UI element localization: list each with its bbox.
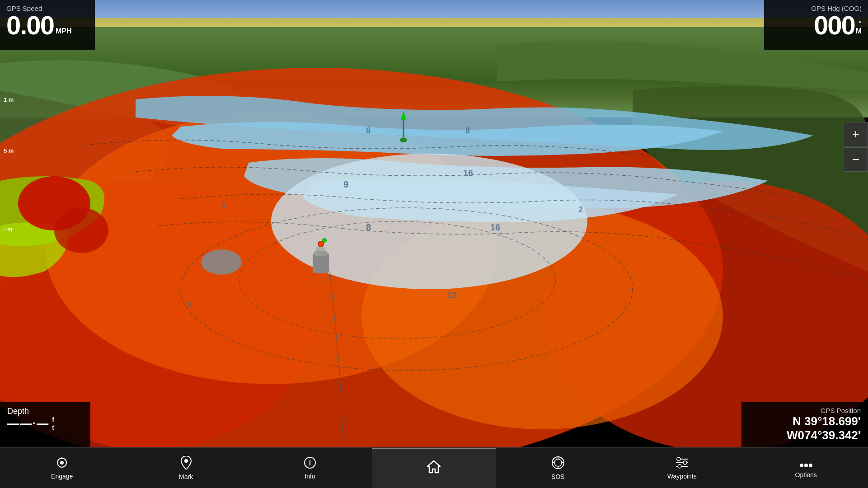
svg-text:i: i <box>309 459 311 467</box>
app: 9 8 8 16 16 12 2 1 1 8 placeholder .1" 1… <box>0 0 868 488</box>
svg-text:5 m: 5 m <box>4 147 14 154</box>
nav-waypoints-label: Waypoints <box>667 473 697 480</box>
home-icon <box>427 460 441 475</box>
depth-unit-f: f <box>52 416 54 424</box>
svg-point-53 <box>683 461 687 465</box>
svg-point-15 <box>319 242 323 246</box>
svg-text:8: 8 <box>366 222 371 232</box>
svg-text:2: 2 <box>578 205 583 214</box>
svg-text:8: 8 <box>366 126 371 135</box>
gps-hdg-deg: ° <box>856 20 862 28</box>
svg-text:1: 1 <box>221 201 226 210</box>
svg-point-57 <box>809 464 812 467</box>
gps-speed-value: 0.00 <box>6 12 54 38</box>
svg-point-56 <box>804 464 808 467</box>
sos-icon <box>551 456 565 471</box>
nav-engage[interactable]: Engage <box>0 448 124 488</box>
svg-text:12: 12 <box>446 290 456 300</box>
svg-point-44 <box>554 459 562 466</box>
depth-unit: f t <box>52 416 54 432</box>
nav-engage-label: Engage <box>51 473 73 480</box>
gps-heading-panel: GPS Hdg (COG) 000 ° M <box>764 0 868 50</box>
svg-point-17 <box>323 239 326 242</box>
svg-text:- m: - m <box>4 226 13 233</box>
nav-sos[interactable]: SOS <box>496 448 620 488</box>
gps-speed-unit: MPH <box>56 28 72 35</box>
depth-title: Depth <box>7 407 83 416</box>
zoom-out-button[interactable]: − <box>844 147 868 172</box>
nav-home[interactable] <box>372 448 496 488</box>
svg-point-55 <box>800 464 803 467</box>
svg-point-7 <box>54 208 108 253</box>
nav-info[interactable]: i Info <box>248 448 372 488</box>
zoom-controls: + − <box>844 122 868 172</box>
depth-unit-t: t <box>52 424 54 432</box>
svg-text:1 m: 1 m <box>4 96 14 103</box>
gps-speed-unit-text: MPH <box>56 28 72 35</box>
gps-hdg-value: 000 <box>814 12 855 38</box>
depth-value: ——·— <box>7 417 49 431</box>
info-icon: i <box>304 456 316 471</box>
nav-options-label: Options <box>795 471 817 479</box>
waypoints-icon <box>675 456 689 471</box>
svg-point-8 <box>201 249 242 275</box>
map-svg: 9 8 8 16 16 12 2 1 1 8 placeholder .1" 1… <box>0 0 868 447</box>
nav-waypoints[interactable]: Waypoints <box>620 448 744 488</box>
gps-hdg-m: M <box>856 28 862 35</box>
svg-point-39 <box>184 459 188 463</box>
gps-pos-lat: N 39°18.699' <box>749 414 861 428</box>
gps-pos-title: GPS Position <box>749 407 861 414</box>
gps-pos-lon: W074°39.342' <box>749 428 861 442</box>
svg-text:.1": .1" <box>177 250 187 258</box>
svg-rect-12 <box>314 251 327 256</box>
nav-sos-label: SOS <box>551 473 565 480</box>
map-area[interactable]: 9 8 8 16 16 12 2 1 1 8 placeholder .1" 1… <box>0 0 868 447</box>
svg-point-54 <box>678 465 681 468</box>
svg-point-20 <box>400 138 407 142</box>
engage-icon <box>56 456 68 471</box>
svg-text:16: 16 <box>463 168 473 178</box>
mark-icon <box>180 456 192 471</box>
svg-rect-13 <box>316 247 325 251</box>
svg-marker-42 <box>427 461 440 473</box>
svg-text:9: 9 <box>343 179 348 189</box>
zoom-in-button[interactable]: + <box>844 122 868 146</box>
depth-panel: Depth ——·— f t <box>0 402 90 447</box>
nav-info-label: Info <box>305 473 315 480</box>
nav-mark-label: Mark <box>179 473 193 480</box>
gps-position-panel: GPS Position N 39°18.699' W074°39.342' <box>741 402 868 447</box>
svg-point-52 <box>677 457 680 461</box>
gps-speed-panel: GPS Speed 0.00 MPH <box>0 0 95 50</box>
nav-mark[interactable]: Mark <box>124 448 248 488</box>
svg-point-37 <box>60 461 64 465</box>
options-icon <box>800 458 812 469</box>
gps-hdg-unit: ° M <box>856 20 862 35</box>
bottom-nav: Engage Mark i Info <box>0 447 868 488</box>
svg-text:8: 8 <box>465 126 470 135</box>
nav-options[interactable]: Options <box>744 448 868 488</box>
svg-text:1: 1 <box>188 300 192 309</box>
svg-text:16: 16 <box>490 222 500 232</box>
